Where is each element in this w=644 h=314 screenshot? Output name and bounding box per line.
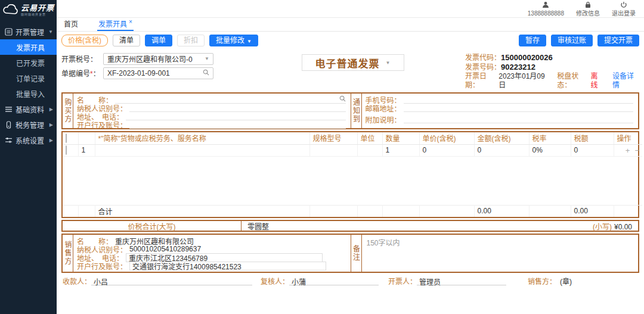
sidebar-item-issued-invoices[interactable]: 已开发票	[0, 55, 57, 70]
remark-textarea[interactable]: 150字以内	[362, 235, 639, 272]
lock-icon	[584, 1, 592, 11]
seller-bank-label: 开户行及账号：	[77, 261, 127, 271]
reviewer-label: 复核人：	[261, 276, 289, 286]
invoice-type-value: 电子普通发票	[315, 55, 380, 70]
price-tax-button[interactable]: 价格(含税)	[61, 35, 108, 46]
user-icon	[542, 1, 549, 11]
logout-button[interactable]: 退出登录	[612, 1, 636, 17]
sidebar-group-label: 系统设置	[16, 135, 44, 145]
cell-spec[interactable]	[309, 144, 357, 156]
sidebar-group-system-settings[interactable]: 系统设置 ▶	[0, 132, 57, 148]
sidebar: 云易开票 随时随地开发票 开票管理 ▼ 发票开具 已开发票 订单记录	[0, 0, 57, 314]
reviewer-input[interactable]: 小蒲	[289, 276, 379, 285]
cell-price[interactable]: 0	[419, 144, 474, 156]
invoice-type-select[interactable]: 电子普通发票 ▼	[302, 54, 404, 71]
tax-no-select[interactable]: 重庆万州区趣和有限公司-0 ▼	[103, 53, 213, 65]
list-button[interactable]: 清单	[113, 35, 140, 46]
buyer-bank-label: 开户行及账号：	[77, 120, 127, 130]
grand-total-label: 价税合计(大写)	[63, 221, 242, 231]
disk-status-value: 离线	[590, 72, 604, 90]
sidebar-group-invoice-mgmt[interactable]: 开票管理 ▼	[0, 24, 57, 39]
cloud-logo-icon	[3, 4, 18, 16]
user-account[interactable]: 13888888888	[528, 1, 564, 17]
buyer-bank-input[interactable]	[129, 121, 345, 129]
invoice-app: 云易开票 随时随地开发票 开票管理 ▼ 发票开具 已开发票 订单记录	[0, 0, 644, 314]
drawer-label: 开票人：	[388, 276, 417, 286]
power-icon	[620, 1, 627, 11]
invoice-body: 购买方 名 称： 纳税人识别号：	[61, 92, 639, 287]
cell-rate[interactable]: 0%	[529, 144, 571, 156]
modify-info-label: 修改信息	[576, 11, 600, 17]
notify-email-input[interactable]	[404, 104, 633, 112]
sidebar-group-label: 基础资料	[16, 104, 44, 114]
sidebar-item-batch-import[interactable]: 批量导入	[0, 86, 57, 101]
cell-name[interactable]	[95, 144, 309, 156]
sidebar-item-label: 批量导入	[16, 89, 45, 99]
chevron-right-icon: ▶	[49, 107, 53, 112]
tab-label: 发票开具	[98, 20, 127, 29]
batch-edit-button[interactable]: 批量修改▼	[209, 35, 258, 46]
col-unit: 单位	[357, 132, 382, 144]
row-checkbox[interactable]	[66, 145, 67, 155]
cell-unit[interactable]	[357, 144, 382, 156]
save-draft-button[interactable]: 暂存	[519, 35, 546, 46]
seller-stamp-value: (章)	[560, 276, 572, 286]
col-spec: 规格型号	[309, 132, 357, 144]
sidebar-group-basic-data[interactable]: 基础资料 ▶	[0, 101, 57, 117]
search-icon[interactable]	[203, 69, 209, 77]
notify-phone-input[interactable]	[404, 96, 633, 104]
tab-issue-invoice[interactable]: 发票开具×	[97, 17, 134, 31]
sidebar-item-label: 已开发票	[16, 58, 45, 68]
device-detail-link[interactable]: 设备详情	[612, 72, 639, 90]
sidebar-menu: 开票管理 ▼ 发票开具 已开发票 订单记录 批量导入 基础资料 ▶	[0, 24, 57, 148]
discount-button: 折扣	[177, 35, 205, 46]
seller-remark-section: 销售方 名 称： 重庆万州区趣和有限公司 纳税人识别号： 50001020541…	[61, 234, 639, 273]
grand-total-bar: 价税合计(大写) 零圆整 (小写)¥0.00	[61, 220, 639, 232]
col-rate: 税率	[529, 132, 571, 144]
grand-total-words: 零圆整	[242, 221, 593, 231]
invoice-no-label: 发票号码：	[465, 63, 501, 71]
items-header-row: *"简称"货物或应税劳务、服务名称 规格型号 单位 数量 单价(含税) 金额(含…	[63, 132, 642, 144]
retrieve-order-button[interactable]: 调单	[145, 35, 172, 46]
seller-side-label: 销售方	[63, 235, 73, 272]
buyer-addr-input[interactable]	[126, 113, 345, 120]
grand-small-label: (小写)	[593, 223, 612, 231]
cell-tax: 0	[571, 144, 614, 156]
tab-home[interactable]: 首页	[63, 17, 79, 31]
sliders-icon	[5, 136, 13, 144]
tab-bar: 首页 发票开具×	[57, 18, 644, 32]
select-all-checkbox[interactable]	[66, 133, 67, 143]
audit-post-button[interactable]: 审核过账	[551, 35, 593, 46]
remove-row-icon[interactable]: −	[634, 146, 639, 155]
sidebar-item-label: 订单记录	[16, 73, 45, 83]
total-label: 合计	[95, 205, 309, 217]
sidebar-group-tax-mgmt[interactable]: 税务管理 ▶	[0, 117, 57, 132]
close-icon[interactable]: ×	[129, 18, 132, 25]
total-row: 合计 0.00 0.00	[63, 205, 642, 217]
table-row: 1 1 0 0 0% 0 +−	[63, 144, 642, 156]
header-form: 开票税号： 重庆万州区趣和有限公司-0 ▼ 单据编号*： XF-2023-01-…	[57, 49, 644, 91]
tax-no-value: 重庆万州区趣和有限公司-0	[107, 54, 205, 64]
seller-bank-input[interactable]: 交通银行海淀支行1400985421523	[129, 262, 326, 271]
invoice-no-value: 90223212	[501, 63, 535, 71]
invoice-footer: 收款人： 小吕 复核人： 小蒲 开票人： 管理员 销售方： (章)	[61, 275, 639, 287]
drawer-input[interactable]: 管理员	[417, 276, 506, 285]
buyer-name-input[interactable]	[115, 96, 345, 104]
buyer-side-label: 购买方	[63, 94, 73, 128]
notify-email-label: 邮箱地址：	[366, 103, 401, 113]
total-tax: 0.00	[571, 205, 614, 217]
modify-info-button[interactable]: 修改信息	[576, 1, 600, 17]
col-op: 操作	[614, 132, 642, 144]
buyer-taxid-input[interactable]	[129, 104, 345, 112]
doc-no-input[interactable]: XF-2023-01-09-001	[103, 67, 213, 79]
add-row-icon[interactable]: +	[626, 146, 630, 155]
search-icon[interactable]	[339, 95, 346, 104]
payee-input[interactable]: 小吕	[91, 276, 252, 285]
main-content: 首页 发票开具× 价格(含税) 清单 调单 折扣 批量修改▼ 暂存 审核过账 提…	[57, 18, 644, 314]
cell-qty[interactable]: 1	[382, 144, 419, 156]
submit-invoice-button[interactable]: 提交开票	[597, 35, 639, 46]
notify-note-input[interactable]	[404, 116, 633, 123]
buyer-notify-section: 购买方 名 称： 纳税人识别号：	[61, 92, 639, 129]
sidebar-item-order-records[interactable]: 订单记录	[0, 70, 57, 86]
sidebar-item-issue-invoice[interactable]: 发票开具	[0, 39, 57, 55]
